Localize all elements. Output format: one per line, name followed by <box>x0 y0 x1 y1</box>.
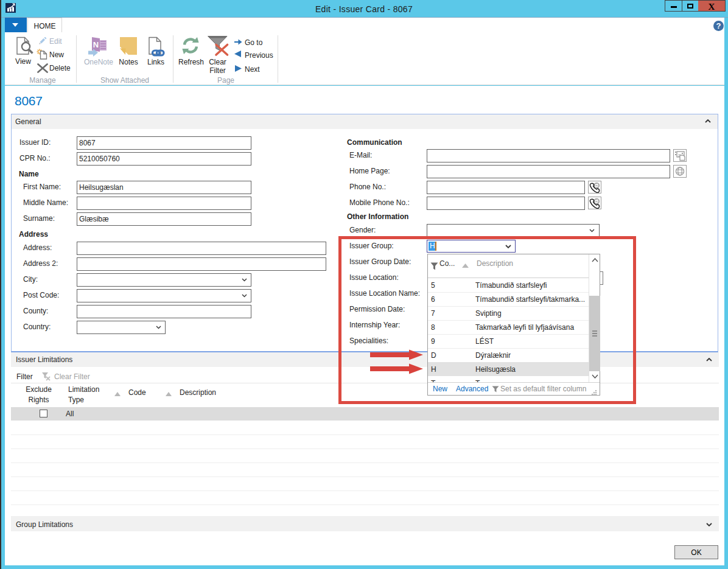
svg-text:N: N <box>93 40 99 49</box>
